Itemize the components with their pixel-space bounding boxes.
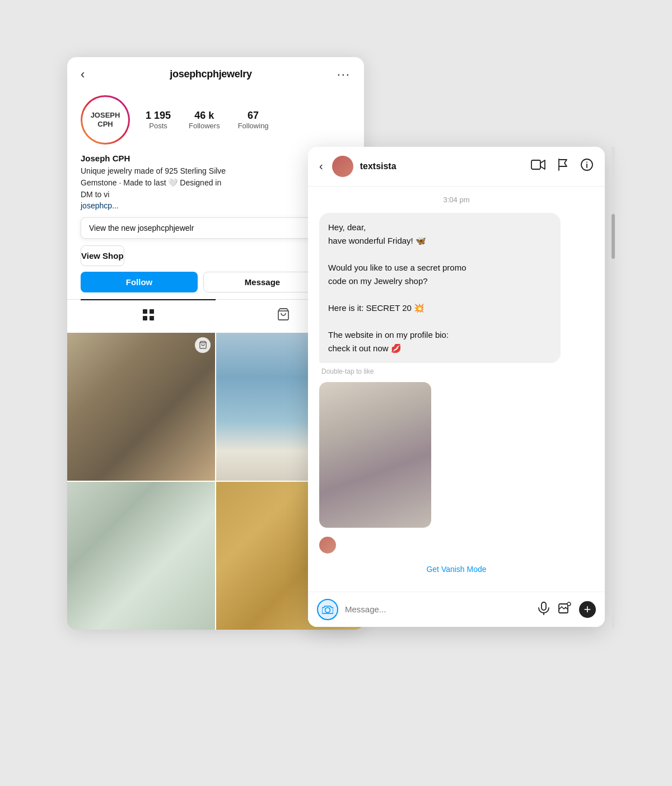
chat-input-bar: + bbox=[308, 592, 605, 627]
chat-timestamp: 3:04 pm bbox=[319, 196, 594, 204]
chat-body: 3:04 pm Hey, dear, have wonderful Friday… bbox=[308, 187, 605, 592]
bio-link[interactable]: josephcp... bbox=[81, 201, 119, 210]
svg-rect-1 bbox=[150, 309, 154, 314]
mic-icon[interactable] bbox=[538, 602, 550, 617]
profile-username: josephcphjewelry bbox=[170, 68, 251, 80]
profile-info: JOSEPH CPH 1 195 Posts 46 k Followers 67… bbox=[67, 86, 364, 149]
stats-row: 1 195 Posts 46 k Followers 67 Following bbox=[146, 110, 269, 130]
svg-point-10 bbox=[567, 602, 571, 606]
message-input[interactable] bbox=[345, 604, 531, 614]
chat-avatar bbox=[332, 156, 353, 177]
svg-rect-8 bbox=[542, 602, 546, 610]
following-label: Following bbox=[238, 122, 269, 130]
chat-image-message bbox=[319, 382, 594, 528]
chat-back-icon[interactable]: ‹ bbox=[319, 160, 323, 173]
follow-button[interactable]: Follow bbox=[81, 272, 198, 292]
posts-label: Posts bbox=[149, 122, 167, 130]
scrollbar-thumb[interactable] bbox=[612, 214, 615, 259]
svg-rect-3 bbox=[150, 316, 154, 320]
tooltip-text: View the new josephcphjewelr bbox=[89, 224, 194, 232]
followers-label: Followers bbox=[189, 122, 220, 130]
chat-image[interactable] bbox=[319, 382, 431, 528]
double-tap-hint: Double-tap to like bbox=[321, 368, 594, 375]
vanish-mode-link[interactable]: Get Vanish Mode bbox=[319, 560, 594, 583]
view-shop-button[interactable]: View Shop bbox=[81, 245, 124, 266]
plus-icon: + bbox=[584, 603, 591, 616]
chat-message-bubble[interactable]: Hey, dear, have wonderful Friday! 🦋 Woul… bbox=[319, 213, 561, 363]
shop-icon bbox=[277, 308, 290, 324]
svg-rect-4 bbox=[531, 160, 540, 169]
stat-following: 67 Following bbox=[238, 110, 269, 130]
photo-cell-3[interactable] bbox=[67, 482, 215, 630]
grid-icon bbox=[142, 308, 155, 325]
flag-icon[interactable] bbox=[557, 158, 569, 175]
back-icon[interactable]: ‹ bbox=[81, 67, 85, 82]
chat-card: ‹ textsista bbox=[308, 147, 605, 627]
tab-grid[interactable] bbox=[81, 299, 216, 333]
shop-badge-1 bbox=[195, 337, 211, 353]
photo-library-icon[interactable] bbox=[558, 602, 571, 617]
svg-rect-0 bbox=[143, 309, 147, 314]
stat-posts: 1 195 Posts bbox=[146, 110, 171, 130]
camera-button[interactable] bbox=[317, 599, 338, 620]
avatar: JOSEPH CPH bbox=[81, 95, 130, 145]
followers-count: 46 k bbox=[194, 110, 214, 122]
chat-contact-name[interactable]: textsista bbox=[360, 161, 524, 171]
profile-header: ‹ josephcphjewelry ··· bbox=[67, 57, 364, 86]
info-icon[interactable] bbox=[580, 158, 594, 175]
video-call-icon[interactable] bbox=[531, 159, 545, 174]
following-count: 67 bbox=[248, 110, 259, 122]
posts-count: 1 195 bbox=[146, 110, 171, 122]
message-button[interactable]: Message bbox=[203, 272, 321, 292]
photo-cell-1[interactable] bbox=[67, 333, 215, 481]
svg-point-7 bbox=[325, 607, 330, 612]
stat-followers: 46 k Followers bbox=[189, 110, 220, 130]
svg-rect-2 bbox=[143, 316, 147, 320]
input-actions: + bbox=[538, 601, 596, 618]
chat-action-buttons bbox=[531, 158, 594, 175]
add-button[interactable]: + bbox=[579, 601, 596, 618]
scrollbar-track[interactable] bbox=[612, 147, 615, 629]
chat-header: ‹ textsista bbox=[308, 147, 605, 187]
more-icon[interactable]: ··· bbox=[337, 67, 351, 82]
sender-avatar-small bbox=[319, 537, 336, 554]
svg-point-6 bbox=[586, 161, 587, 162]
